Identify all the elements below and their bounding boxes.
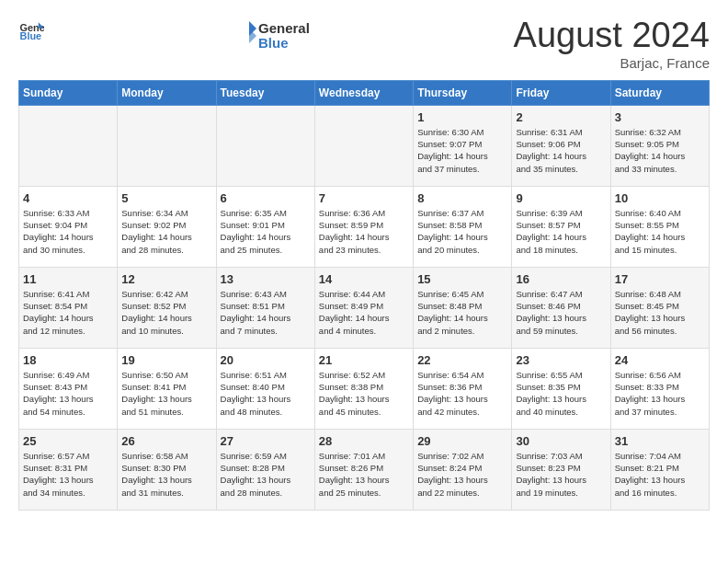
calendar-cell: 6Sunrise: 6:35 AM Sunset: 9:01 PM Daylig… <box>216 186 314 267</box>
svg-text:General: General <box>258 20 310 36</box>
calendar-cell <box>216 105 314 186</box>
header-saturday: Saturday <box>610 80 709 105</box>
day-info: Sunrise: 6:39 AM Sunset: 8:57 PM Dayligh… <box>516 207 606 256</box>
calendar-week-row: 11Sunrise: 6:41 AM Sunset: 8:54 PM Dayli… <box>19 267 710 348</box>
header-monday: Monday <box>118 80 216 105</box>
calendar-cell: 25Sunrise: 6:57 AM Sunset: 8:31 PM Dayli… <box>19 429 118 510</box>
day-number: 22 <box>417 353 507 367</box>
day-info: Sunrise: 6:34 AM Sunset: 9:02 PM Dayligh… <box>121 207 211 256</box>
day-info: Sunrise: 7:04 AM Sunset: 8:21 PM Dayligh… <box>615 450 705 499</box>
header-thursday: Thursday <box>414 80 512 105</box>
logo: General Blue <box>18 17 44 42</box>
location-subtitle: Barjac, France <box>514 55 710 71</box>
day-number: 20 <box>221 353 311 367</box>
day-number: 2 <box>516 110 606 124</box>
calendar-cell: 20Sunrise: 6:51 AM Sunset: 8:40 PM Dayli… <box>216 348 314 429</box>
day-number: 10 <box>615 191 705 205</box>
calendar-cell: 28Sunrise: 7:01 AM Sunset: 8:26 PM Dayli… <box>314 429 413 510</box>
calendar-cell: 24Sunrise: 6:56 AM Sunset: 8:33 PM Dayli… <box>610 348 709 429</box>
calendar-cell: 4Sunrise: 6:33 AM Sunset: 9:04 PM Daylig… <box>19 186 118 267</box>
calendar-cell: 12Sunrise: 6:42 AM Sunset: 8:52 PM Dayli… <box>118 267 216 348</box>
day-number: 26 <box>121 434 211 448</box>
calendar-cell: 7Sunrise: 6:36 AM Sunset: 8:59 PM Daylig… <box>314 186 413 267</box>
calendar-cell: 19Sunrise: 6:50 AM Sunset: 8:41 PM Dayli… <box>118 348 216 429</box>
calendar-cell: 1Sunrise: 6:30 AM Sunset: 9:07 PM Daylig… <box>414 105 512 186</box>
day-info: Sunrise: 6:43 AM Sunset: 8:51 PM Dayligh… <box>221 288 311 337</box>
calendar-cell: 29Sunrise: 7:02 AM Sunset: 8:24 PM Dayli… <box>414 429 512 510</box>
day-info: Sunrise: 6:33 AM Sunset: 9:04 PM Dayligh… <box>23 207 113 256</box>
day-number: 29 <box>417 434 507 448</box>
day-number: 6 <box>221 191 311 205</box>
day-number: 24 <box>615 353 705 367</box>
calendar-week-row: 18Sunrise: 6:49 AM Sunset: 8:43 PM Dayli… <box>19 348 710 429</box>
day-info: Sunrise: 6:30 AM Sunset: 9:07 PM Dayligh… <box>417 126 507 175</box>
day-number: 25 <box>23 434 113 448</box>
calendar-cell: 31Sunrise: 7:04 AM Sunset: 8:21 PM Dayli… <box>610 429 709 510</box>
day-info: Sunrise: 6:48 AM Sunset: 8:45 PM Dayligh… <box>615 288 705 337</box>
day-info: Sunrise: 6:55 AM Sunset: 8:35 PM Dayligh… <box>516 369 606 418</box>
day-number: 19 <box>121 353 211 367</box>
day-number: 30 <box>516 434 606 448</box>
calendar-cell: 3Sunrise: 6:32 AM Sunset: 9:05 PM Daylig… <box>610 105 709 186</box>
calendar-cell <box>19 105 118 186</box>
day-info: Sunrise: 7:02 AM Sunset: 8:24 PM Dayligh… <box>417 450 507 499</box>
day-number: 28 <box>319 434 409 448</box>
day-info: Sunrise: 6:32 AM Sunset: 9:05 PM Dayligh… <box>615 126 705 175</box>
calendar-cell: 11Sunrise: 6:41 AM Sunset: 8:54 PM Dayli… <box>19 267 118 348</box>
day-number: 12 <box>121 272 211 286</box>
calendar-cell: 14Sunrise: 6:44 AM Sunset: 8:49 PM Dayli… <box>314 267 413 348</box>
day-info: Sunrise: 7:03 AM Sunset: 8:23 PM Dayligh… <box>516 450 606 499</box>
day-info: Sunrise: 6:36 AM Sunset: 8:59 PM Dayligh… <box>319 207 409 256</box>
calendar-cell: 15Sunrise: 6:45 AM Sunset: 8:48 PM Dayli… <box>414 267 512 348</box>
day-number: 27 <box>221 434 311 448</box>
calendar-cell: 30Sunrise: 7:03 AM Sunset: 8:23 PM Dayli… <box>512 429 610 510</box>
calendar-week-row: 1Sunrise: 6:30 AM Sunset: 9:07 PM Daylig… <box>19 105 710 186</box>
calendar-cell: 27Sunrise: 6:59 AM Sunset: 8:28 PM Dayli… <box>216 429 314 510</box>
day-number: 13 <box>221 272 311 286</box>
day-info: Sunrise: 6:42 AM Sunset: 8:52 PM Dayligh… <box>121 288 211 337</box>
day-number: 3 <box>615 110 705 124</box>
day-info: Sunrise: 6:31 AM Sunset: 9:06 PM Dayligh… <box>516 126 606 175</box>
calendar-cell: 13Sunrise: 6:43 AM Sunset: 8:51 PM Dayli… <box>216 267 314 348</box>
calendar-cell: 23Sunrise: 6:55 AM Sunset: 8:35 PM Dayli… <box>512 348 610 429</box>
header-friday: Friday <box>512 80 610 105</box>
header: General Blue General Blue August 2024 Ba… <box>18 17 710 71</box>
day-info: Sunrise: 6:45 AM Sunset: 8:48 PM Dayligh… <box>417 288 507 337</box>
day-number: 1 <box>417 110 507 124</box>
day-info: Sunrise: 6:35 AM Sunset: 9:01 PM Dayligh… <box>221 207 311 256</box>
day-number: 18 <box>23 353 113 367</box>
day-number: 21 <box>319 353 409 367</box>
calendar-cell: 17Sunrise: 6:48 AM Sunset: 8:45 PM Dayli… <box>610 267 709 348</box>
calendar-cell: 18Sunrise: 6:49 AM Sunset: 8:43 PM Dayli… <box>19 348 118 429</box>
day-number: 14 <box>319 272 409 286</box>
calendar-week-row: 25Sunrise: 6:57 AM Sunset: 8:31 PM Dayli… <box>19 429 710 510</box>
day-info: Sunrise: 6:58 AM Sunset: 8:30 PM Dayligh… <box>121 450 211 499</box>
logo-icon: General Blue <box>18 17 44 42</box>
calendar-cell: 22Sunrise: 6:54 AM Sunset: 8:36 PM Dayli… <box>414 348 512 429</box>
calendar-cell: 26Sunrise: 6:58 AM Sunset: 8:30 PM Dayli… <box>118 429 216 510</box>
day-info: Sunrise: 6:56 AM Sunset: 8:33 PM Dayligh… <box>615 369 705 418</box>
day-info: Sunrise: 6:49 AM Sunset: 8:43 PM Dayligh… <box>23 369 113 418</box>
header-sunday: Sunday <box>19 80 118 105</box>
day-info: Sunrise: 6:37 AM Sunset: 8:58 PM Dayligh… <box>417 207 507 256</box>
calendar-cell: 2Sunrise: 6:31 AM Sunset: 9:06 PM Daylig… <box>512 105 610 186</box>
day-info: Sunrise: 6:47 AM Sunset: 8:46 PM Dayligh… <box>516 288 606 337</box>
day-info: Sunrise: 6:51 AM Sunset: 8:40 PM Dayligh… <box>221 369 311 418</box>
calendar-cell: 8Sunrise: 6:37 AM Sunset: 8:58 PM Daylig… <box>414 186 512 267</box>
day-number: 11 <box>23 272 113 286</box>
day-info: Sunrise: 6:54 AM Sunset: 8:36 PM Dayligh… <box>417 369 507 418</box>
header-wednesday: Wednesday <box>314 80 413 105</box>
main-title: August 2024 <box>514 17 710 55</box>
calendar-cell: 10Sunrise: 6:40 AM Sunset: 8:55 PM Dayli… <box>610 186 709 267</box>
day-info: Sunrise: 6:41 AM Sunset: 8:54 PM Dayligh… <box>23 288 113 337</box>
generalblue-logo-svg: General Blue <box>233 17 324 53</box>
svg-text:Blue: Blue <box>258 35 289 51</box>
svg-text:Blue: Blue <box>20 30 42 41</box>
day-number: 4 <box>23 191 113 205</box>
day-number: 7 <box>319 191 409 205</box>
logo-combined: General Blue <box>233 17 324 53</box>
calendar-table: Sunday Monday Tuesday Wednesday Thursday… <box>18 80 710 511</box>
calendar-cell <box>314 105 413 186</box>
title-block: August 2024 Barjac, France <box>514 17 710 71</box>
day-info: Sunrise: 6:52 AM Sunset: 8:38 PM Dayligh… <box>319 369 409 418</box>
